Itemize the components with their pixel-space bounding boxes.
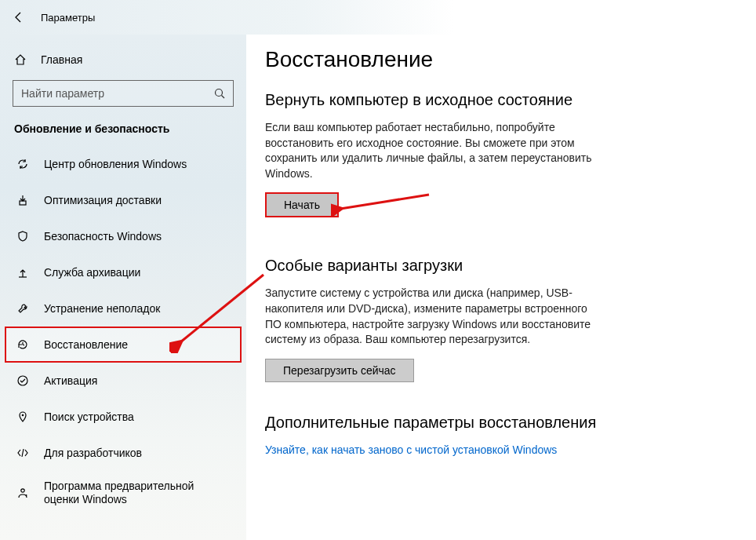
shield-icon (14, 230, 31, 243)
advanced-startup-text: Запустите систему с устройства или диска… (265, 286, 602, 347)
back-button[interactable] (8, 6, 30, 28)
svg-point-5 (21, 489, 24, 492)
sidebar-item-windows-security[interactable]: Безопасность Windows (5, 218, 242, 254)
svg-point-3 (18, 376, 27, 385)
insider-icon (14, 487, 31, 499)
sidebar-item-recovery[interactable]: Восстановление (5, 327, 242, 363)
sidebar-section-label: Обновление и безопасность (5, 118, 242, 146)
search-input[interactable] (13, 80, 234, 107)
sidebar-item-developers[interactable]: Для разработчиков (5, 435, 242, 471)
sidebar-item-label: Служба архивации (44, 266, 140, 279)
sidebar-item-label: Программа предварительной оценки Windows (44, 480, 232, 506)
sidebar-item-label: Безопасность Windows (44, 230, 162, 243)
window-title: Параметры (41, 12, 95, 24)
sidebar-item-delivery-optimization[interactable]: Оптимизация доставки (5, 182, 242, 218)
sidebar-item-label: Центр обновления Windows (44, 158, 187, 171)
sidebar-item-label: Восстановление (44, 338, 128, 352)
arrow-left-icon (13, 11, 25, 24)
check-circle-icon (14, 374, 31, 387)
svg-point-6 (26, 494, 27, 496)
svg-line-7 (340, 195, 429, 209)
sidebar-item-insider[interactable]: Программа предварительной оценки Windows (5, 471, 242, 515)
sidebar: Главная Обновление и безопасность Центр … (0, 35, 246, 540)
content-pane: Восстановление Вернуть компьютер в исход… (246, 35, 756, 540)
sidebar-item-activation[interactable]: Активация (5, 363, 242, 399)
code-icon (14, 447, 31, 459)
svg-point-4 (22, 414, 24, 417)
sidebar-item-label: Активация (44, 374, 97, 388)
sidebar-item-find-device[interactable]: Поиск устройства (5, 399, 242, 435)
sidebar-home[interactable]: Главная (5, 46, 242, 74)
sidebar-item-windows-update[interactable]: Центр обновления Windows (5, 146, 242, 182)
annotation-arrow (331, 185, 433, 217)
sidebar-item-troubleshoot[interactable]: Устранение неполадок (5, 290, 242, 327)
reset-start-button[interactable]: Начать (265, 192, 339, 217)
sidebar-menu: Центр обновления Windows Оптимизация дос… (5, 146, 242, 515)
restart-now-button[interactable]: Перезагрузить сейчас (265, 359, 414, 382)
sidebar-item-label: Поиск устройства (44, 410, 134, 424)
history-icon (14, 338, 31, 351)
sidebar-item-backup[interactable]: Служба архивации (5, 254, 242, 290)
backup-icon (14, 266, 31, 279)
sidebar-item-label: Оптимизация доставки (44, 194, 162, 207)
sidebar-home-label: Главная (41, 53, 82, 66)
advanced-startup-heading: Особые варианты загрузки (265, 257, 737, 275)
location-icon (14, 410, 31, 423)
reset-heading: Вернуть компьютер в исходное состояние (265, 91, 737, 109)
delivery-icon (14, 194, 31, 206)
reset-text: Если ваш компьютер работает нестабильно,… (265, 120, 602, 181)
more-recovery-heading: Дополнительные параметры восстановления (265, 414, 737, 432)
search-container (13, 80, 234, 107)
wrench-icon (14, 302, 31, 315)
window-header: Параметры (0, 0, 756, 35)
sidebar-item-label: Для разработчиков (44, 447, 142, 460)
page-title: Восстановление (265, 47, 737, 72)
sync-icon (14, 158, 31, 170)
fresh-start-link[interactable]: Узнайте, как начать заново с чистой уста… (265, 443, 557, 456)
sidebar-item-label: Устранение неполадок (44, 302, 160, 316)
home-icon (13, 53, 28, 66)
